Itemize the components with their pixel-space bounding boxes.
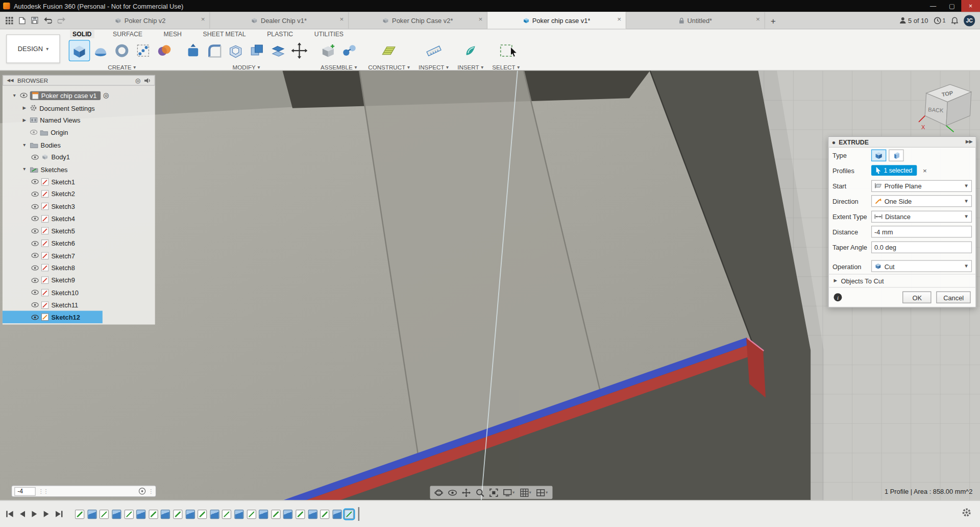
- timeline-feature[interactable]: [136, 509, 145, 518]
- display-toggle-icon[interactable]: ◎: [135, 77, 141, 84]
- eye-icon[interactable]: [31, 277, 39, 283]
- timeline-feature[interactable]: [345, 509, 354, 518]
- play-button[interactable]: [32, 511, 37, 517]
- timeline-feature[interactable]: [87, 509, 96, 518]
- tree-node-sketch3[interactable]: Sketch3: [3, 200, 155, 212]
- tree-node-sketch8[interactable]: Sketch8: [3, 262, 155, 274]
- modify-dropdown[interactable]: MODIFY▾: [233, 64, 260, 70]
- timeline-settings-gear[interactable]: [962, 508, 971, 519]
- timeline-feature[interactable]: [320, 509, 329, 518]
- taper-angle-input[interactable]: 0.0 deg: [871, 241, 972, 253]
- eye-icon[interactable]: [31, 290, 39, 295]
- eye-icon[interactable]: [20, 93, 28, 99]
- tree-node-sketch9[interactable]: Sketch9: [3, 274, 155, 286]
- joint-tool[interactable]: [339, 41, 359, 61]
- objects-to-cut-section[interactable]: ▶ Objects To Cut: [829, 274, 976, 288]
- save-icon[interactable]: [31, 17, 38, 23]
- profiles-selected-chip[interactable]: 1 selected: [871, 165, 917, 176]
- tree-node-sketch6[interactable]: Sketch6: [3, 237, 155, 249]
- tree-node-sketch7[interactable]: Sketch7: [3, 249, 155, 261]
- timeline-feature[interactable]: [198, 509, 207, 518]
- combine-tool[interactable]: [247, 41, 267, 61]
- notification-bell-icon[interactable]: [951, 16, 958, 24]
- tree-node-document-settings[interactable]: ▶ Document Settings: [3, 102, 155, 114]
- tree-node-sketch4[interactable]: Sketch4: [3, 212, 155, 225]
- eye-icon[interactable]: [31, 265, 39, 271]
- activate-component-icon[interactable]: ◎: [103, 91, 109, 100]
- timeline-feature[interactable]: [173, 509, 182, 518]
- tree-node-body1[interactable]: Body1: [3, 151, 155, 163]
- eye-icon[interactable]: [31, 191, 39, 197]
- user-avatar[interactable]: JC: [964, 15, 975, 26]
- tab-surface[interactable]: SURFACE: [110, 30, 145, 38]
- extent-type-dropdown[interactable]: Distance ▼: [871, 210, 972, 222]
- step-back-button[interactable]: [20, 511, 25, 517]
- direction-dropdown[interactable]: One Side ▼: [871, 195, 972, 207]
- workspace-selector[interactable]: DESIGN ▾: [6, 34, 60, 63]
- select-dropdown[interactable]: SELECT▾: [492, 64, 520, 70]
- tab-close-icon[interactable]: ×: [756, 16, 760, 22]
- shell-tool[interactable]: [226, 41, 246, 61]
- tree-node-sketches[interactable]: ▼ Sketches: [3, 163, 155, 176]
- tree-node-sketch1[interactable]: Sketch1: [3, 176, 155, 188]
- drag-handle-icon[interactable]: ⋮⋮: [38, 488, 48, 494]
- undo-icon[interactable]: [44, 17, 52, 23]
- type-thin-extrude-button[interactable]: [889, 149, 903, 161]
- tab-close-icon[interactable]: ×: [340, 16, 344, 22]
- timeline-feature[interactable]: [75, 509, 84, 518]
- eye-icon[interactable]: [31, 315, 39, 320]
- job-status[interactable]: 1: [934, 16, 945, 24]
- canvas-distance-input[interactable]: -4: [14, 487, 36, 495]
- eye-icon[interactable]: [31, 204, 39, 209]
- new-tab-button[interactable]: +: [765, 12, 781, 29]
- revolve-tool[interactable]: [91, 41, 111, 61]
- expand-arrow-icon[interactable]: ▼: [21, 142, 28, 147]
- timeline-feature[interactable]: [100, 509, 109, 518]
- timeline-feature[interactable]: [271, 509, 280, 518]
- tree-root-row[interactable]: ▼ Poker chip case v1 ◎: [3, 89, 155, 102]
- clear-selection-icon[interactable]: ×: [923, 167, 927, 175]
- expand-arrow-icon[interactable]: ▶: [21, 105, 28, 110]
- timeline-feature[interactable]: [234, 509, 243, 518]
- new-component-tool[interactable]: [318, 41, 338, 61]
- collapse-panel-icon[interactable]: ◀◀: [7, 78, 13, 83]
- distance-input[interactable]: -4 mm: [871, 226, 972, 237]
- inspect-dropdown[interactable]: INSPECT▾: [419, 64, 449, 70]
- tab-plastic[interactable]: PLASTIC: [264, 30, 296, 38]
- minimize-button[interactable]: —: [924, 0, 943, 12]
- orbit-button[interactable]: [433, 487, 445, 497]
- move-tool[interactable]: [289, 41, 309, 61]
- pan-button[interactable]: [460, 487, 472, 497]
- timeline-feature[interactable]: [283, 509, 292, 518]
- eye-icon[interactable]: [30, 130, 38, 135]
- eye-icon[interactable]: [31, 302, 39, 307]
- eye-icon[interactable]: [31, 253, 39, 258]
- expand-arrow-icon[interactable]: ▼: [11, 93, 17, 98]
- file-menu-icon[interactable]: [19, 16, 26, 24]
- timeline-feature[interactable]: [161, 509, 170, 518]
- create-form-tool[interactable]: [154, 41, 174, 61]
- timeline-feature[interactable]: [222, 509, 231, 518]
- display-settings-button[interactable]: ▾: [502, 488, 516, 497]
- timeline-feature[interactable]: [296, 509, 305, 518]
- drag-handle-icon[interactable]: ⋮: [148, 488, 153, 494]
- fit-button[interactable]: [488, 487, 499, 497]
- step-forward-button[interactable]: [44, 511, 49, 517]
- tree-node-sketch11[interactable]: Sketch11: [3, 299, 155, 311]
- timeline-feature[interactable]: [112, 509, 121, 518]
- go-to-start-button[interactable]: [6, 511, 13, 517]
- tab-sheet-metal[interactable]: SHEET METAL: [201, 30, 249, 38]
- timeline-feature[interactable]: [149, 509, 158, 518]
- timeline-feature[interactable]: [332, 509, 341, 518]
- measure-tool[interactable]: [424, 41, 444, 61]
- timeline-feature[interactable]: [210, 509, 219, 518]
- operation-dropdown[interactable]: Cut ▼: [871, 260, 972, 272]
- share-status[interactable]: 5 of 10: [899, 16, 928, 24]
- tree-node-sketch10[interactable]: Sketch10: [3, 286, 155, 299]
- timeline-feature[interactable]: [308, 509, 317, 518]
- go-to-end-button[interactable]: [56, 511, 62, 517]
- viewcube[interactable]: TOP BACK X: [918, 80, 977, 141]
- info-icon[interactable]: i: [834, 293, 842, 301]
- expand-arrow-icon[interactable]: ▼: [21, 167, 28, 172]
- timeline-position-marker[interactable]: [358, 507, 359, 521]
